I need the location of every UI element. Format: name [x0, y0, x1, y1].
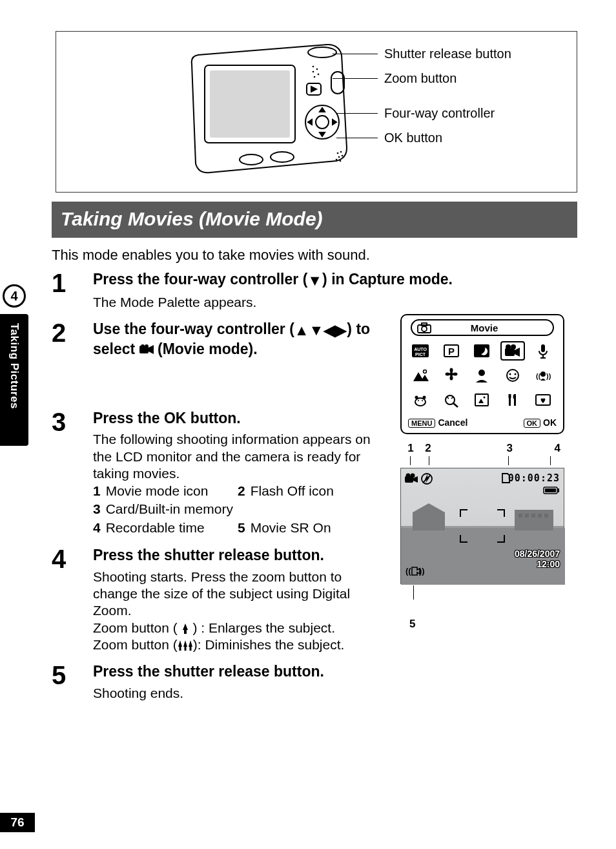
preview-datetime: 08/26/2007 12:00 — [515, 549, 560, 569]
chapter-number-badge: 4 — [3, 284, 26, 308]
mode-frame-icon[interactable] — [469, 390, 494, 410]
preview-movie-icon — [405, 472, 419, 487]
svg-point-87 — [406, 474, 411, 478]
preview-flash-off-icon — [420, 472, 433, 488]
mode-food-icon[interactable] — [500, 390, 525, 410]
svg-point-34 — [422, 326, 427, 331]
callout-shutter: Shutter release button — [384, 47, 511, 60]
marker-4: 4 — [513, 442, 560, 455]
palette-cancel[interactable]: MENUCancel — [408, 417, 467, 428]
palette-ok[interactable]: OKOK — [524, 417, 557, 428]
svg-rect-74 — [514, 394, 516, 406]
svg-point-53 — [449, 376, 453, 381]
svg-text:((: (( — [536, 372, 541, 380]
step4-zoom-tele: Zoom button ( ) : Enlarges the subject. — [93, 620, 384, 636]
wide-icon — [178, 640, 193, 651]
camera-diagram: Shutter release button Zoom button Four-… — [56, 31, 577, 193]
svg-rect-35 — [422, 323, 427, 326]
mode-portrait-icon[interactable] — [469, 366, 494, 385]
svg-marker-8 — [308, 120, 312, 125]
mode-flower-icon[interactable] — [439, 366, 464, 385]
svg-point-14 — [337, 152, 339, 154]
step4-sub: Shooting starts. Press the zoom button t… — [93, 569, 384, 620]
svg-rect-80 — [518, 514, 522, 518]
step-number: 5 — [52, 662, 93, 702]
svg-point-12 — [240, 154, 263, 165]
callout-fourway: Four-way controller — [384, 107, 495, 120]
svg-marker-49 — [413, 372, 429, 381]
focus-frame-icon — [460, 509, 505, 543]
section-intro: This mode enables you to take movies wit… — [52, 247, 577, 264]
mode-kids-icon[interactable] — [500, 366, 525, 385]
chapter-title: Taking Pictures — [8, 323, 21, 409]
preview-sr-on-icon: (()) — [405, 565, 424, 580]
svg-rect-1 — [210, 70, 290, 138]
svg-rect-79 — [515, 510, 553, 530]
svg-rect-83 — [538, 514, 542, 518]
marker-2: 2 — [418, 442, 438, 455]
mode-sr-icon[interactable]: (()) — [531, 366, 555, 385]
ok-key-icon: OK — [524, 419, 541, 428]
svg-rect-77 — [413, 512, 445, 530]
svg-point-28 — [145, 344, 149, 348]
mode-auto-pict-icon[interactable]: AUTOPICT — [408, 341, 433, 361]
svg-text:)): )) — [419, 566, 424, 576]
mode-night-icon[interactable] — [469, 341, 494, 361]
svg-point-55 — [453, 373, 457, 376]
svg-point-24 — [314, 76, 316, 78]
mode-digital-sr-icon[interactable] — [439, 390, 464, 410]
svg-point-22 — [313, 71, 314, 73]
svg-point-23 — [318, 74, 320, 76]
svg-marker-71 — [478, 399, 484, 403]
svg-marker-43 — [515, 348, 520, 357]
step4-heading: Press the shutter release button. — [93, 546, 384, 565]
svg-marker-30 — [178, 640, 182, 651]
svg-point-58 — [509, 373, 511, 375]
svg-point-88 — [411, 474, 415, 478]
svg-text:PICT: PICT — [415, 352, 426, 357]
mode-palette: Movie AUTOPICT P (()) MENUCanc — [400, 314, 564, 434]
svg-point-51 — [449, 372, 453, 376]
svg-point-15 — [340, 151, 342, 153]
marker-5: 5 — [409, 618, 568, 631]
svg-rect-93 — [545, 488, 556, 492]
svg-marker-7 — [320, 132, 325, 136]
svg-point-59 — [514, 373, 516, 375]
svg-point-21 — [316, 68, 318, 70]
svg-rect-46 — [541, 344, 545, 352]
svg-point-44 — [506, 344, 511, 350]
step3-heading: Press the OK button. — [93, 409, 384, 428]
step-number: 2 — [52, 320, 93, 364]
mode-program-icon[interactable]: P — [439, 341, 464, 361]
svg-point-50 — [424, 370, 427, 373]
svg-point-64 — [415, 396, 418, 399]
svg-marker-78 — [413, 503, 445, 512]
svg-text:((: (( — [406, 566, 411, 576]
step-number: 4 — [52, 546, 93, 653]
camera-icon — [417, 322, 431, 333]
mode-movie-icon[interactable] — [500, 341, 525, 361]
svg-point-65 — [423, 396, 426, 399]
svg-point-72 — [484, 397, 486, 399]
callout-ok: OK button — [384, 131, 442, 144]
svg-marker-6 — [320, 108, 325, 112]
step5-heading: Press the shutter release button. — [93, 662, 577, 681]
preview-rec-time: 00:00:23 — [508, 472, 560, 484]
svg-rect-81 — [525, 514, 529, 518]
mode-pet-icon[interactable] — [408, 390, 433, 410]
svg-point-16 — [338, 156, 340, 158]
svg-rect-84 — [544, 514, 548, 518]
svg-point-17 — [342, 155, 344, 157]
mode-landscape-icon[interactable] — [408, 366, 433, 385]
svg-point-27 — [141, 344, 145, 348]
mode-love-icon[interactable] — [531, 390, 555, 410]
step1-sub: The Mode Palette appears. — [93, 294, 577, 311]
svg-point-5 — [316, 116, 329, 129]
svg-point-45 — [511, 344, 516, 350]
step2-heading: Use the four-way controller (▲▼◀▶) to se… — [93, 320, 377, 360]
svg-text:P: P — [448, 346, 455, 357]
svg-point-57 — [507, 370, 518, 381]
preview-battery-icon — [543, 484, 560, 498]
svg-line-69 — [453, 403, 458, 407]
mode-voice-icon[interactable] — [531, 341, 555, 361]
